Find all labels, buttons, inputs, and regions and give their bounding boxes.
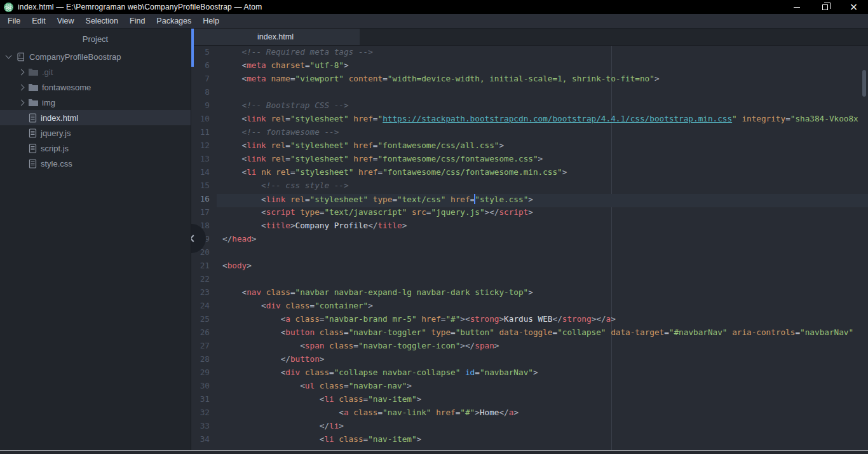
menu-item-selection[interactable]: Selection [80,15,124,27]
line-number: 7 [191,74,217,87]
code-line-8[interactable] [222,87,868,100]
tree-item-index-html[interactable]: index.html [0,110,191,125]
folder-icon [29,99,38,107]
code-line-30[interactable]: <ul class="navbar-nav"> [222,381,868,394]
chevron-right-icon[interactable] [18,69,25,75]
tree-item-label: img [42,98,55,107]
code-line-20[interactable] [222,247,868,261]
tree-item-script-js[interactable]: script.js [0,141,191,156]
code-editor[interactable]: 5678910111213141516171819202122232425262… [191,46,868,450]
tree-item-label: script.js [41,144,69,153]
code-line-15[interactable]: <!-- css style --> [222,181,868,194]
tree-scroll-accent [191,29,194,67]
line-number: 28 [191,354,217,368]
code-line-31[interactable]: <li class="nav-item"> [222,394,868,408]
tree-item-label: .git [42,67,53,77]
chevron-down-icon[interactable] [6,53,12,59]
file-icon [29,159,37,169]
tree-item-img[interactable]: img [0,95,191,110]
minimize-icon [794,7,800,8]
code-line-24[interactable]: <div class="container"> [222,301,868,314]
close-button[interactable]: × [839,0,868,14]
line-number: 16 [191,194,217,207]
project-tree: CompanyProfileBoostrap.gitfontawesomeimg… [0,49,191,171]
code-line-16[interactable]: <link rel="stylesheet" type="text/css" h… [222,194,868,207]
repo-icon [16,52,25,62]
tree-item-jquery-js[interactable]: jquery.js [0,125,191,141]
line-number: 30 [191,381,217,394]
code-line-5[interactable]: <!-- Required meta tags --> [222,47,868,60]
code-line-21[interactable]: <body> [222,261,868,274]
code-line-25[interactable]: <a class="navbar-brand mr-5" href="#"><s… [222,314,868,327]
menu-item-find[interactable]: Find [124,15,151,27]
line-number: 14 [191,167,217,181]
code-line-9[interactable]: <!-- Bootstrap CSS --> [222,100,868,114]
menu-item-view[interactable]: View [51,15,80,27]
code-line-32[interactable]: <a class="nav-link" href="#">Home</a> [222,408,868,421]
line-number: 26 [191,327,217,341]
tree-item--git[interactable]: .git [0,64,191,79]
code-line-34[interactable]: <li class="nav-item"> [222,434,868,448]
window-bottom-edge [0,450,868,454]
project-panel-title: Project [0,29,191,49]
code-line-33[interactable]: </li> [222,421,868,434]
file-icon [29,144,37,153]
vertical-scrollbar[interactable] [862,70,866,97]
tree-item-label: style.css [41,159,72,169]
editor-pane: index.html 56789101112131415161718192021… [191,29,868,450]
tab-bar: index.html [191,29,868,46]
line-number: 17 [191,207,217,221]
chevron-right-icon[interactable] [18,84,25,90]
line-number: 13 [191,154,217,167]
menu-item-edit[interactable]: Edit [26,15,51,27]
code-line-12[interactable]: <link rel="stylesheet" href="fontawesome… [222,141,868,154]
chevron-right-icon[interactable] [18,99,25,106]
code-line-18[interactable]: <title>Company Profile</title> [222,221,868,234]
menu-bar: FileEditViewSelectionFindPackagesHelp [0,14,868,29]
line-number: 21 [191,261,217,274]
code-line-27[interactable]: <span class="navbar-toggler-icon"></span… [222,341,868,354]
chevron-left-icon [191,235,197,242]
tree-item-style-css[interactable]: style.css [0,156,191,171]
tree-item-fontawesome[interactable]: fontawesome [0,79,191,95]
tree-item-label: fontawesome [42,83,91,92]
line-number: 33 [191,421,217,434]
menu-item-packages[interactable]: Packages [151,15,197,27]
code-line-28[interactable]: </button> [222,354,868,368]
window-controls: × [782,0,868,14]
restore-button[interactable] [811,0,839,14]
title-bar: index.html — E:\Pemrograman web\CompanyP… [0,0,868,14]
tree-item-label: jquery.js [41,128,71,138]
code-line-23[interactable]: <nav class="navbar navbar-expand-lg navb… [222,287,868,301]
file-icon [29,128,37,138]
file-icon [29,113,37,123]
menu-item-help[interactable]: Help [197,15,225,27]
folder-icon [29,68,38,76]
line-number: 34 [191,434,217,448]
tree-item-companyprofileboostrap[interactable]: CompanyProfileBoostrap [0,49,191,64]
tree-item-label: index.html [41,113,78,123]
main-area: Project CompanyProfileBoostrap.gitfontaw… [0,29,868,450]
code-line-11[interactable]: <!-- fontawesome --> [222,127,868,141]
line-number: 11 [191,127,217,141]
restore-icon [822,4,828,10]
tree-item-label: CompanyProfileBoostrap [29,52,121,62]
window-title: index.html — E:\Pemrograman web\CompanyP… [18,3,262,11]
minimize-button[interactable] [782,0,811,14]
code-line-29[interactable]: <div class="collapse navbar-collapse" id… [222,368,868,381]
atom-logo-icon [4,3,13,12]
code-line-7[interactable]: <meta name="viewport" content="width=dev… [222,74,868,87]
code-line-22[interactable] [222,274,868,287]
code-line-17[interactable]: <script type="text/javascript" src="jque… [222,207,868,221]
tab-index-html[interactable]: index.html [191,29,360,45]
menu-item-file[interactable]: File [2,15,26,27]
line-number: 23 [191,287,217,301]
line-number: 27 [191,341,217,354]
code-line-26[interactable]: <button class="navbar-toggler" type="but… [222,327,868,341]
line-number: 9 [191,100,217,114]
code-line-19[interactable]: </head> [222,234,868,247]
code-line-13[interactable]: <link rel="stylesheet" href="fontawesome… [222,154,868,167]
code-line-10[interactable]: <link rel="stylesheet" href="https://sta… [222,114,868,127]
code-line-6[interactable]: <meta charset="utf-8"> [222,60,868,74]
code-line-14[interactable]: <li nk rel="stylesheet" href="fontawesom… [222,167,868,181]
